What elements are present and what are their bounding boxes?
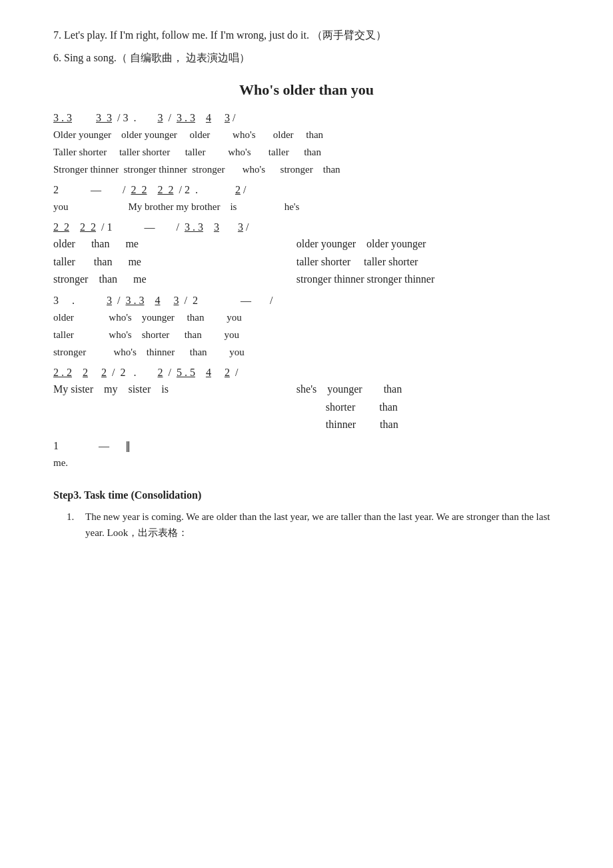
lyric-line-1c: Stronger thinner stronger thinner strong…	[53, 161, 560, 177]
lyric-line-2a: you My brother my brother is he's	[53, 199, 560, 215]
lyric-row-5c: thinner than	[53, 416, 560, 433]
lyric-line-1b: Taller shorter taller shorter taller who…	[53, 144, 560, 160]
music-section-6: 1 — ‖ me.	[53, 437, 560, 471]
notation-line-5: 2 . 2 2 2 / 2 . 2 / 5 . 5 4 2 /	[53, 364, 560, 381]
lyric-row-3a: older than me older younger older younge…	[53, 235, 560, 253]
music-section-2: 2 — / 2 2 2 2 / 2 . 2 / you My brother m…	[53, 181, 560, 215]
notation-line-6: 1 — ‖	[53, 437, 560, 455]
notation-line-3: 2 2 2 2 / 1 — / 3 . 3 3 3 /	[53, 219, 560, 236]
step3-content: 1. The new year is coming. We are older …	[67, 509, 560, 541]
lyric-row-3b: taller than me taller shorter taller sho…	[53, 253, 560, 271]
notation-line-4: 3 . 3 / 3 . 3 4 3 / 2 — /	[53, 292, 560, 309]
instruction-line7: 7. Let's play. If I'm right, follow me. …	[53, 27, 560, 44]
step3-heading: Step3. Task time (Consolidation)	[53, 487, 560, 504]
step3-section: Step3. Task time (Consolidation) 1. The …	[53, 487, 560, 541]
lyric-line-4a: older who's younger than you	[53, 309, 560, 325]
lyric-row-5b: shorter than	[53, 399, 560, 416]
lyric-line-6a: me.	[53, 455, 560, 471]
lyric-line-4b: taller who's shorter than you	[53, 327, 560, 343]
music-section-4: 3 . 3 / 3 . 3 4 3 / 2 — / older who's yo…	[53, 292, 560, 360]
page-content: 7. Let's play. If I'm right, follow me. …	[53, 27, 560, 541]
lyric-line-1a: Older younger older younger older who's …	[53, 127, 560, 143]
lyric-row-5a: My sister my sister is she's younger tha…	[53, 381, 560, 398]
notation-line-1: 3 . 3 3 3 / 3 . 3 / 3 . 3 4 3 /	[53, 109, 560, 127]
step3-item-1: 1. The new year is coming. We are older …	[67, 509, 560, 541]
lyric-row-3c: stronger than me stronger thinner strong…	[53, 271, 560, 288]
instruction-line6: 6. Sing a song.（ 自编歌曲， 边表演边唱）	[53, 49, 560, 67]
notation-line-2: 2 — / 2 2 2 2 / 2 . 2 /	[53, 181, 560, 199]
music-section-1: 3 . 3 3 3 / 3 . 3 / 3 . 3 4 3 / Older yo…	[53, 109, 560, 177]
music-section-3: 2 2 2 2 / 1 — / 3 . 3 3 3 / older than m…	[53, 219, 560, 288]
music-section-5: 2 . 2 2 2 / 2 . 2 / 5 . 5 4 2 / My siste…	[53, 364, 560, 433]
step3-item1-text: The new year is coming. We are older tha…	[85, 509, 560, 541]
lyric-line-4c: stronger who's thinner than you	[53, 344, 560, 360]
song-title: Who's older than you	[53, 78, 560, 101]
